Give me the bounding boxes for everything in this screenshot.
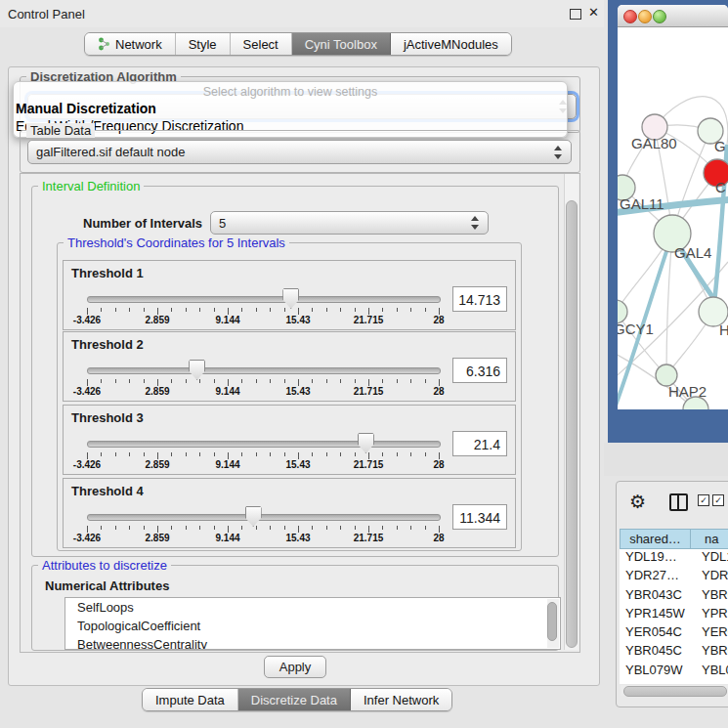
- slider-handle[interactable]: [282, 288, 299, 309]
- tab-impute-data[interactable]: Impute Data: [143, 689, 238, 710]
- table-row[interactable]: YBR043CYBR0: [620, 587, 728, 606]
- table-row[interactable]: YLR345WYLR3: [620, 681, 728, 684]
- table-row[interactable]: YBL079WYBL0: [620, 663, 728, 681]
- slider-tick: [439, 308, 440, 315]
- table-row[interactable]: YDL19…YDL1: [620, 549, 728, 568]
- vertical-scrollbar-thumb[interactable]: [566, 200, 578, 648]
- attribute-list-item[interactable]: TopologicalCoefficient: [65, 617, 560, 635]
- list-scrollbar-thumb[interactable]: [547, 602, 557, 641]
- slider-tick: [439, 452, 440, 459]
- minimize-traffic-light[interactable]: [638, 10, 652, 23]
- float-window-icon[interactable]: [570, 9, 581, 20]
- attributes-list[interactable]: SelfLoopsTopologicalCoefficientBetweenne…: [64, 597, 561, 650]
- slider-tick: [326, 308, 327, 312]
- slider-track[interactable]: [87, 296, 441, 303]
- network-canvas[interactable]: GAL80GCGAL11GAL4GCY1HHAP2: [618, 27, 728, 409]
- slider-tick: [199, 526, 200, 530]
- threshold-value-field[interactable]: 21.4: [452, 431, 507, 456]
- network-icon: [98, 37, 110, 51]
- slider-tick: [326, 452, 327, 456]
- control-panel-titlebar: Control Panel ✕: [0, 0, 604, 27]
- column-header-shared[interactable]: shared…: [620, 529, 691, 549]
- slider-tick: [410, 379, 411, 383]
- slider-tick: [256, 452, 257, 456]
- checkbox-icon[interactable]: ✓: [712, 494, 724, 506]
- gear-icon[interactable]: ⚙: [629, 491, 646, 513]
- table-row[interactable]: YDR27…YDR2: [620, 568, 728, 586]
- zoom-traffic-light[interactable]: [653, 10, 666, 23]
- slider-tick-label: 15.43: [285, 315, 310, 325]
- slider-tick: [312, 379, 313, 383]
- tab-cyni-toolbox[interactable]: Cyni Toolbox: [292, 33, 391, 55]
- node-label: G: [714, 138, 726, 154]
- slider-tick: [298, 452, 299, 459]
- slider-tick: [425, 308, 426, 312]
- slider-tick: [410, 308, 411, 312]
- slider-tick: [326, 379, 327, 383]
- slider-tick: [144, 452, 145, 456]
- slider-tick: [241, 308, 242, 312]
- combo-arrows-icon: [471, 216, 480, 230]
- group-title: Threshold's Coordinates for 5 Intervals: [64, 236, 289, 250]
- number-of-intervals-combobox[interactable]: 5: [210, 211, 489, 235]
- tab-style[interactable]: Style: [176, 33, 231, 55]
- cell-shared-name: YPR145W: [620, 606, 696, 624]
- close-traffic-light[interactable]: [623, 10, 637, 23]
- network-window-titlebar: [618, 5, 728, 27]
- cell-shared-name: YLR345W: [620, 681, 696, 684]
- slider-tick: [199, 308, 200, 312]
- threshold-label: Threshold 3: [71, 410, 144, 425]
- table-row[interactable]: YBR045CYBR0: [620, 643, 728, 662]
- slider-tick: [425, 452, 426, 456]
- tab-select[interactable]: Select: [231, 33, 292, 55]
- table-row[interactable]: YPR145WYPR1: [620, 606, 728, 624]
- slider-tick: [186, 308, 187, 312]
- slider-tick: [157, 452, 158, 459]
- slider-tick-label: 21.715: [354, 459, 384, 470]
- tab-infer-network[interactable]: Infer Network: [351, 689, 451, 710]
- table-data-combobox[interactable]: galFiltered.sif default node: [27, 140, 572, 164]
- slider-tick: [355, 379, 356, 383]
- slider-handle[interactable]: [358, 433, 374, 453]
- threshold-value-field[interactable]: 6.316: [452, 358, 507, 383]
- menu-item-manual-discretization[interactable]: Manual Discretization: [16, 101, 156, 116]
- close-icon[interactable]: ✕: [588, 5, 599, 20]
- column-layout-icon[interactable]: [669, 493, 688, 511]
- slider-tick: [382, 308, 383, 312]
- slider-tick: [129, 379, 130, 383]
- slider-track[interactable]: [87, 514, 441, 521]
- attribute-list-item[interactable]: BetweennessCentrality: [65, 635, 560, 650]
- slider-tick: [186, 452, 187, 456]
- slider-tick: [157, 379, 158, 386]
- slider-handle[interactable]: [189, 360, 205, 380]
- slider-track[interactable]: [87, 367, 441, 374]
- slider-tick-label: 28: [433, 533, 444, 543]
- slider-tick: [171, 379, 172, 383]
- table-row[interactable]: YER054CYER0: [620, 624, 728, 643]
- apply-button[interactable]: Apply: [264, 656, 326, 678]
- slider-tick-label: 15.43: [285, 386, 310, 397]
- slider-track[interactable]: [87, 441, 441, 448]
- threshold-value-field[interactable]: 14.713: [452, 286, 507, 312]
- list-scrollbar-track[interactable]: [547, 599, 559, 648]
- slider-tick: [228, 379, 229, 386]
- threshold-value-field[interactable]: 11.344: [452, 504, 507, 530]
- slider-tick: [214, 452, 215, 456]
- slider-tick-label: 2.859: [145, 459, 169, 470]
- cell-shared-name: YDL19…: [620, 549, 696, 568]
- slider-tick-label: 2.859: [145, 533, 169, 543]
- tab-jactivemnodules[interactable]: jActiveMNodules: [391, 33, 511, 55]
- slider-handle[interactable]: [245, 506, 262, 527]
- attribute-list-item[interactable]: SelfLoops: [65, 598, 560, 617]
- slider-tick-label: 21.715: [354, 533, 384, 543]
- slider-tick: [355, 308, 356, 312]
- slider-tick: [241, 379, 242, 383]
- column-header-name[interactable]: na: [691, 529, 728, 549]
- horizontal-scrollbar-thumb[interactable]: [623, 686, 727, 697]
- slider-tick: [256, 379, 257, 383]
- slider-tick: [214, 379, 215, 383]
- tab-discretize-data[interactable]: Discretize Data: [238, 689, 351, 710]
- tab-network[interactable]: Network: [85, 33, 176, 55]
- checkbox-icon[interactable]: ✓: [698, 494, 709, 506]
- slider-tick: [129, 308, 130, 312]
